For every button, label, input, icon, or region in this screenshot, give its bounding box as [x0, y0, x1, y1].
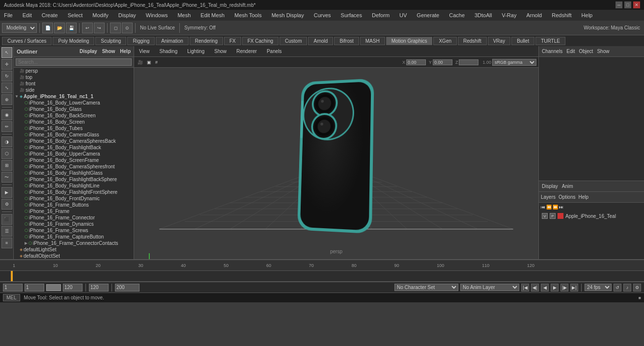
film-btn[interactable]: ▣ — [145, 59, 153, 65]
layer-back-btn[interactable]: ⏮ — [541, 205, 545, 210]
tab-object[interactable]: Object — [579, 49, 593, 54]
end-frame-input[interactable] — [63, 284, 83, 292]
menu-3dtoa[interactable]: 3DtoAll — [473, 11, 494, 19]
list-item[interactable]: ⬡iPhone_16_Frame_Dynamics — [14, 221, 134, 227]
open-scene-button[interactable]: 📂 — [54, 23, 65, 33]
save-scene-button[interactable]: 💾 — [66, 23, 77, 33]
outliner-tab-help[interactable]: Help — [120, 49, 131, 54]
universal-tool-btn[interactable]: ⊕ — [1, 94, 12, 105]
list-item[interactable]: 🎥 side — [14, 87, 134, 93]
translate-y-input[interactable] — [433, 59, 452, 65]
shading-menu[interactable]: Shading — [157, 49, 181, 54]
list-item[interactable]: ⬡iPhone_16_Body_UpperCamera — [14, 151, 134, 157]
tab-rendering[interactable]: Rendering — [190, 37, 223, 45]
goto-end-btn[interactable]: ▶| — [570, 284, 578, 292]
frame-input-2[interactable] — [25, 284, 44, 292]
display-tab[interactable]: Display — [542, 184, 558, 189]
preview-btn[interactable]: ⚙ — [1, 199, 12, 210]
list-item[interactable]: ⬡iPhone_16_Body_LowerCamera — [14, 100, 134, 106]
timeline-scrubber[interactable] — [0, 271, 644, 282]
anim-layer-select[interactable]: No Anim Layer — [460, 284, 519, 291]
search-input[interactable] — [16, 58, 132, 66]
help-menu-item[interactable]: Help — [578, 194, 588, 200]
list-item[interactable]: ⬡iPhone_16_Body_FlashlightLine — [14, 183, 134, 189]
gamma-select[interactable]: sRGB gamma — [492, 59, 536, 66]
tab-poly-modeling[interactable]: Poly Modeling — [53, 37, 94, 45]
list-item[interactable]: ◈defaultLightSet — [14, 246, 134, 253]
tab-bullet[interactable]: Bullet — [511, 37, 534, 45]
menu-windows[interactable]: Windows — [144, 11, 170, 19]
layer-fwd-btn[interactable]: ⏭ — [559, 205, 563, 210]
menu-edit[interactable]: Edit — [21, 11, 34, 19]
menu-modify[interactable]: Modify — [90, 11, 110, 19]
paint-sel-btn[interactable]: ✏ — [1, 121, 12, 132]
menu-mesh-display[interactable]: Mesh Display — [270, 11, 306, 19]
tab-arnold[interactable]: Arnold — [308, 37, 333, 45]
scale-tool-btn[interactable]: ⤡ — [1, 82, 12, 93]
tab-fx[interactable]: FX — [224, 37, 241, 45]
list-item[interactable]: ⬡iPhone_16_Frame_Connector — [14, 214, 134, 221]
audio-btn[interactable]: ♪ — [623, 284, 631, 292]
list-item[interactable]: ⬡iPhone_16_Body_FlashlightBackSphere — [14, 176, 134, 183]
new-scene-button[interactable]: 📄 — [42, 23, 53, 33]
minimize-button[interactable]: ─ — [616, 1, 622, 8]
lasso-tool[interactable]: ⊙ — [122, 23, 133, 33]
char-set-select[interactable]: No Character Set — [394, 284, 458, 291]
tab-fx-caching[interactable]: FX Caching — [242, 37, 279, 45]
tab-redshift[interactable]: Redshift — [458, 37, 487, 45]
layers-menu-item[interactable]: Layers — [541, 194, 556, 200]
layer-prev-btn[interactable]: ⏪ — [546, 205, 552, 210]
play-fwd-btn[interactable]: ▶ — [551, 284, 559, 292]
tab-sculpting[interactable]: Sculpting — [95, 37, 126, 45]
renderer-menu[interactable]: Renderer — [233, 49, 260, 54]
sculpt-btn[interactable]: 〜 — [1, 172, 12, 183]
menu-edit-mesh[interactable]: Edit Mesh — [198, 11, 226, 19]
menu-help[interactable]: Help — [580, 11, 595, 19]
tab-edit[interactable]: Edit — [566, 49, 575, 54]
step-fwd-btn[interactable]: |▶ — [560, 284, 568, 292]
current-frame-input[interactable] — [3, 284, 23, 292]
list-item[interactable]: ⬡iPhone_16_Body_Glass — [14, 106, 134, 112]
loop-btn[interactable]: ↺ — [614, 284, 621, 292]
menu-uv[interactable]: UV — [397, 11, 409, 19]
list-item[interactable]: ⬡iPhone_16_Frame_Screws — [14, 227, 134, 234]
menu-surfaces[interactable]: Surfaces — [339, 11, 364, 19]
show-hide-btn[interactable]: ◑ — [1, 136, 12, 147]
tab-channels[interactable]: Channels — [542, 49, 562, 54]
menu-deform[interactable]: Deform — [370, 11, 392, 19]
panels-menu[interactable]: Panels — [264, 49, 285, 54]
snap-btn[interactable]: ⊞ — [1, 160, 12, 171]
close-button[interactable]: ✕ — [633, 1, 640, 8]
outliner-tab-display[interactable]: Display — [80, 49, 97, 54]
show-menu[interactable]: Show — [211, 49, 229, 54]
layer-color-swatch[interactable] — [558, 213, 563, 219]
outliner-tab-show[interactable]: Show — [102, 49, 115, 54]
list-item[interactable]: ⬡iPhone_16_Body_BackScreen — [14, 112, 134, 119]
tab-bifrost[interactable]: Bifrost — [334, 37, 359, 45]
tab-mash[interactable]: MASH — [360, 37, 385, 45]
list-item[interactable]: 🎥 top — [14, 74, 134, 80]
max-frame-input[interactable] — [115, 284, 140, 292]
viewport-canvas[interactable]: persp — [134, 68, 538, 259]
lighting-menu[interactable]: Lighting — [184, 49, 207, 54]
menu-display[interactable]: Display — [116, 11, 138, 19]
list-item[interactable]: ⬡iPhone_16_Body_Tubes — [14, 125, 134, 132]
playback-end-input[interactable] — [89, 284, 109, 292]
layer-row[interactable]: V P Apple_iPhone_16_Teal — [539, 212, 644, 220]
layer-play-btn[interactable]: ⏩ — [553, 205, 558, 210]
list-item[interactable]: 🎥 front — [14, 80, 134, 87]
tab-rigging[interactable]: Rigging — [127, 37, 155, 45]
menu-vray[interactable]: V-Ray — [500, 11, 518, 19]
translate-x-input[interactable] — [406, 59, 426, 65]
menu-file[interactable]: File — [2, 11, 15, 19]
soft-select-btn[interactable]: ◉ — [1, 109, 12, 120]
select-tool-btn[interactable]: ↖ — [1, 47, 12, 58]
list-item[interactable]: ⬡iPhone_16_Frame — [14, 208, 134, 214]
layer-playback[interactable]: P — [550, 213, 556, 219]
list-item[interactable]: ⬡iPhone_16_Body_FlashlightBack — [14, 144, 134, 151]
list-item[interactable]: ⬡iPhone_16_Body_ScreenFrame — [14, 157, 134, 163]
play-back-btn[interactable]: ◀ — [541, 284, 549, 292]
list-item[interactable]: ⬡iPhone_16_Body_FrontDynamic — [14, 195, 134, 202]
tab-show[interactable]: Show — [597, 49, 609, 54]
list-item[interactable]: ⬡iPhone_16_Frame_Buttons — [14, 202, 134, 208]
